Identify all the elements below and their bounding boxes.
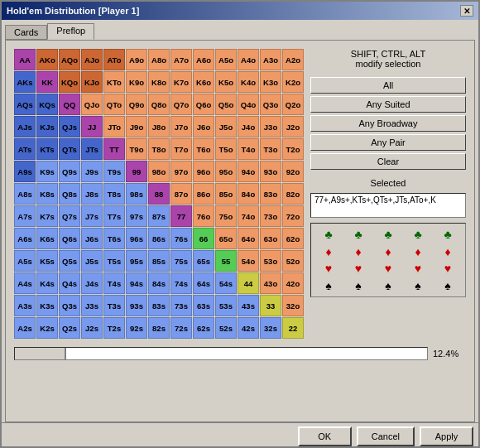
grid-cell[interactable]: 95o — [215, 161, 237, 182]
suit-cell-heart[interactable]: ♥ — [314, 261, 343, 277]
grid-cell[interactable]: TT — [103, 138, 125, 160]
grid-cell[interactable]: J8s — [81, 183, 103, 205]
grid-cell[interactable]: J2s — [81, 317, 103, 339]
grid-cell[interactable]: QTs — [59, 138, 80, 160]
grid-cell[interactable]: T4s — [103, 272, 125, 294]
grid-cell[interactable]: A7s — [14, 205, 36, 227]
grid-cell[interactable]: 64s — [193, 272, 214, 294]
grid-cell[interactable]: JJ — [81, 116, 103, 137]
grid-cell[interactable]: 42o — [282, 272, 304, 294]
grid-cell[interactable]: 93o — [260, 161, 281, 182]
grid-cell[interactable]: Q4o — [238, 94, 259, 115]
grid-cell[interactable]: A4s — [14, 272, 36, 294]
grid-cell[interactable]: 86s — [148, 228, 170, 249]
grid-cell[interactable]: Q4s — [59, 272, 80, 294]
grid-cell[interactable]: 65o — [215, 228, 237, 249]
grid-cell[interactable]: T6s — [103, 228, 125, 249]
grid-cell[interactable]: ATo — [103, 49, 125, 70]
grid-cell[interactable]: A7o — [170, 49, 192, 70]
grid-cell[interactable]: 93s — [126, 295, 147, 316]
grid-cell[interactable]: 98o — [148, 161, 170, 182]
grid-cell[interactable]: 92s — [126, 317, 147, 339]
clear-button[interactable]: Clear — [310, 153, 466, 170]
grid-cell[interactable]: 94o — [238, 161, 259, 182]
suit-cell-club[interactable]: ♣ — [314, 227, 343, 243]
grid-cell[interactable]: 52s — [215, 317, 237, 339]
grid-cell[interactable]: 52o — [282, 250, 304, 272]
grid-cell[interactable]: QJo — [81, 94, 103, 115]
grid-cell[interactable]: A2o — [282, 49, 304, 70]
grid-cell[interactable]: T9s — [103, 161, 125, 182]
grid-cell[interactable]: A3s — [14, 295, 36, 316]
grid-cell[interactable]: K3o — [260, 71, 281, 93]
grid-cell[interactable]: J3s — [81, 295, 103, 316]
suit-cell-club[interactable]: ♣ — [374, 227, 402, 243]
suit-cell-spade[interactable]: ♠ — [344, 278, 372, 294]
grid-cell[interactable]: J6s — [81, 228, 103, 249]
grid-cell[interactable]: T6o — [193, 138, 214, 160]
grid-cell[interactable]: 63o — [260, 228, 281, 249]
suit-cell-diamond[interactable]: ♦ — [374, 244, 402, 260]
grid-cell[interactable]: A8s — [14, 183, 36, 205]
grid-cell[interactable]: 74o — [238, 205, 259, 227]
grid-cell[interactable]: 99 — [126, 161, 147, 182]
suit-cell-heart[interactable]: ♥ — [344, 261, 372, 277]
grid-cell[interactable]: Q6s — [59, 228, 80, 249]
grid-cell[interactable]: J2o — [282, 116, 304, 137]
grid-cell[interactable]: 97s — [126, 205, 147, 227]
grid-cell[interactable]: J5s — [81, 250, 103, 272]
grid-cell[interactable]: Q3o — [260, 94, 281, 115]
any-suited-button[interactable]: Any Suited — [310, 96, 466, 113]
grid-cell[interactable]: 62o — [282, 228, 304, 249]
grid-cell[interactable]: 84s — [148, 272, 170, 294]
grid-cell[interactable]: 82o — [282, 183, 304, 205]
grid-cell[interactable]: Q2s — [59, 317, 80, 339]
grid-cell[interactable]: K5o — [215, 71, 237, 93]
grid-cell[interactable]: J9s — [81, 161, 103, 182]
grid-cell[interactable]: T3o — [260, 138, 281, 160]
grid-cell[interactable]: 72s — [170, 317, 192, 339]
grid-cell[interactable]: 85o — [215, 183, 237, 205]
grid-cell[interactable]: A8o — [148, 49, 170, 70]
grid-cell[interactable]: T5o — [215, 138, 237, 160]
grid-cell[interactable]: J3o — [260, 116, 281, 137]
grid-cell[interactable]: 65s — [193, 250, 214, 272]
grid-cell[interactable]: KK — [36, 71, 58, 93]
grid-cell[interactable]: 62s — [193, 317, 214, 339]
grid-cell[interactable]: 85s — [148, 250, 170, 272]
grid-cell[interactable]: T9o — [126, 138, 147, 160]
grid-cell[interactable]: T8s — [103, 183, 125, 205]
grid-cell[interactable]: A4o — [238, 49, 259, 70]
grid-cell[interactable]: QJs — [59, 116, 80, 137]
grid-cell[interactable]: K9s — [36, 161, 58, 182]
grid-cell[interactable]: 87o — [170, 183, 192, 205]
grid-cell[interactable]: AJs — [14, 116, 36, 137]
grid-cell[interactable]: 72o — [282, 205, 304, 227]
grid-cell[interactable]: T8o — [148, 138, 170, 160]
suit-cell-diamond[interactable]: ♦ — [314, 244, 343, 260]
grid-cell[interactable]: T7s — [103, 205, 125, 227]
grid-cell[interactable]: AKs — [14, 71, 36, 93]
grid-cell[interactable]: KQo — [59, 71, 80, 93]
grid-cell[interactable]: 73o — [260, 205, 281, 227]
apply-button[interactable]: Apply — [420, 426, 473, 446]
grid-cell[interactable]: K7s — [36, 205, 58, 227]
grid-cell[interactable]: AQo — [59, 49, 80, 70]
grid-cell[interactable]: KTo — [103, 71, 125, 93]
grid-cell[interactable]: T2s — [103, 317, 125, 339]
grid-cell[interactable]: 88 — [148, 183, 170, 205]
grid-cell[interactable]: A6s — [14, 228, 36, 249]
grid-cell[interactable]: QTo — [103, 94, 125, 115]
grid-cell[interactable]: 76s — [170, 228, 192, 249]
grid-cell[interactable]: K2o — [282, 71, 304, 93]
grid-cell[interactable]: 98s — [126, 183, 147, 205]
grid-cell[interactable]: KQs — [36, 94, 58, 115]
grid-cell[interactable]: J4s — [81, 272, 103, 294]
grid-cell[interactable]: 74s — [170, 272, 192, 294]
close-button[interactable]: ✕ — [460, 5, 473, 17]
grid-cell[interactable]: K4o — [238, 71, 259, 93]
grid-cell[interactable]: 83o — [260, 183, 281, 205]
grid-cell[interactable]: 75s — [170, 250, 192, 272]
suit-cell-spade[interactable]: ♠ — [314, 278, 343, 294]
grid-cell[interactable]: 32s — [260, 317, 281, 339]
